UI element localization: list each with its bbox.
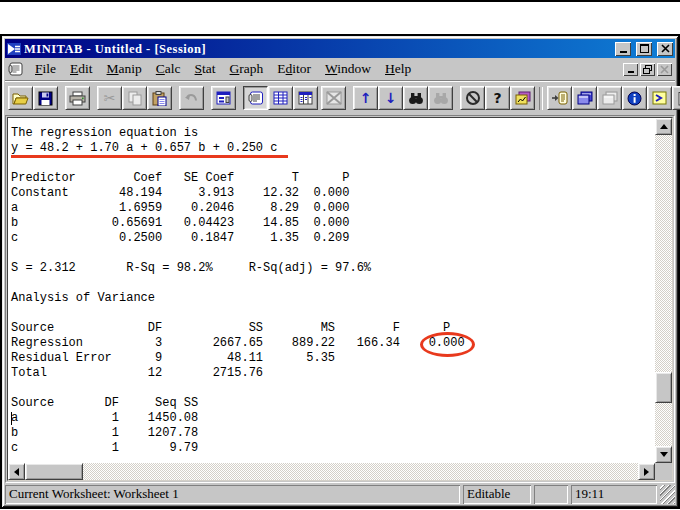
- resize-grip[interactable]: [660, 485, 675, 504]
- scroll-right-icon: [644, 468, 649, 476]
- print-button[interactable]: [65, 86, 90, 110]
- session-output[interactable]: The regression equation is y = 48.2 + 1.…: [8, 118, 465, 456]
- statguide-button[interactable]: [622, 86, 647, 110]
- vertical-scroll-thumb[interactable]: [655, 372, 672, 403]
- minimize-button[interactable]: [615, 42, 631, 56]
- child-restore-icon: [643, 65, 652, 74]
- scroll-left-button[interactable]: [8, 463, 25, 480]
- session-window-button[interactable]: [243, 86, 268, 110]
- prompt-icon: [652, 91, 667, 105]
- command-line-button[interactable]: [647, 86, 672, 110]
- p-value-red-circle-annotation: [420, 332, 475, 357]
- undo-arrow-icon: [184, 92, 199, 105]
- close-button[interactable]: [657, 42, 673, 56]
- minimize-icon: [620, 51, 627, 53]
- question-icon: ?: [493, 91, 501, 105]
- edit-last-dialog-button[interactable]: [211, 86, 236, 110]
- binoculars-icon: [408, 92, 424, 105]
- help-button[interactable]: ?: [485, 86, 510, 110]
- child-minimize-icon: [628, 71, 634, 73]
- crossed-graph-icon: [326, 91, 342, 105]
- save-project-button[interactable]: [33, 86, 58, 110]
- window-title: MINITAB - Untitled - [Session]: [24, 40, 612, 58]
- page-top-rule: [0, 0, 680, 2]
- vertical-scrollbar[interactable]: [655, 118, 672, 463]
- info-window-icon: [298, 91, 313, 105]
- paste-button[interactable]: [147, 86, 172, 110]
- menu-file[interactable]: File: [28, 60, 63, 78]
- scroll-arrow-icon: [551, 91, 568, 105]
- toolbar-separator: [539, 87, 543, 110]
- no-entry-icon: [465, 90, 481, 106]
- copy-icon: [128, 91, 142, 106]
- screenshot-root: MINITAB - Untitled - [Session] File Edit…: [0, 0, 680, 510]
- menu-bar: File Edit Manip Calc Stat Graph Editor W…: [5, 58, 675, 81]
- menu-editor[interactable]: Editor: [270, 60, 318, 78]
- menu-help[interactable]: Help: [378, 60, 418, 78]
- status-blank-panel: [534, 485, 568, 504]
- menu-stat[interactable]: Stat: [188, 60, 223, 78]
- text-caret: [11, 412, 12, 425]
- insert-session-folder-button[interactable]: [547, 86, 572, 110]
- cancel-button[interactable]: [460, 86, 485, 110]
- open-folder-icon: [12, 91, 29, 106]
- scissors-icon: ✂: [104, 91, 116, 105]
- minitab-logo-icon: [7, 43, 21, 55]
- session-child-icon[interactable]: [8, 62, 24, 76]
- equation-red-underline-annotation: [11, 155, 288, 158]
- binoculars-gray-icon: [433, 92, 449, 105]
- toolbar: ✂ ↑ ↓ ?: [5, 81, 675, 115]
- printer-icon: [69, 91, 86, 106]
- status-worksheet: Current Worksheet: Worksheet 1: [5, 485, 460, 504]
- title-bar[interactable]: MINITAB - Untitled - [Session]: [5, 39, 675, 58]
- maximize-button[interactable]: [636, 42, 652, 56]
- worksheet-grid-icon: [273, 91, 288, 105]
- horizontal-scroll-thumb[interactable]: [25, 463, 83, 480]
- session-text-area[interactable]: The regression equation is y = 48.2 + 1.…: [8, 118, 655, 463]
- horizontal-scrollbar[interactable]: [8, 463, 655, 480]
- up-arrow-icon: ↑: [360, 91, 372, 105]
- cascade-windows-gray-icon: [602, 91, 618, 105]
- close-icon: [661, 44, 670, 53]
- child-minimize-button[interactable]: [623, 63, 638, 76]
- find-next-button[interactable]: [428, 86, 453, 110]
- info-window-button[interactable]: [293, 86, 318, 110]
- minitab-app-frame: MINITAB - Untitled - [Session] File Edit…: [0, 34, 680, 509]
- tile-windows-button[interactable]: [572, 86, 597, 110]
- menu-calc[interactable]: Calc: [149, 60, 188, 78]
- menu-edit[interactable]: Edit: [63, 60, 100, 78]
- session-client: The regression equation is y = 48.2 + 1.…: [7, 117, 673, 481]
- maximize-icon: [640, 44, 649, 53]
- scroll-up-button[interactable]: [655, 118, 672, 135]
- cut-button[interactable]: ✂: [97, 86, 122, 110]
- child-restore-button[interactable]: [640, 63, 655, 76]
- minitab-window: MINITAB - Untitled - [Session] File Edit…: [2, 36, 678, 507]
- scroll-down-button[interactable]: [655, 446, 672, 463]
- find-button[interactable]: [403, 86, 428, 110]
- next-command-button[interactable]: ↓: [378, 86, 403, 110]
- menu-window[interactable]: Window: [318, 60, 378, 78]
- tile-windows-icon: [577, 91, 593, 105]
- notepad-button[interactable]: [672, 86, 680, 110]
- data-window-button[interactable]: [268, 86, 293, 110]
- child-close-button[interactable]: [657, 63, 672, 76]
- close-all-graphs-button[interactable]: [321, 86, 346, 110]
- session-window: The regression equation is y = 48.2 + 1.…: [5, 115, 675, 483]
- clipboard-icon: [152, 91, 167, 106]
- scroll-right-button[interactable]: [638, 463, 655, 480]
- floppy-icon: [38, 91, 53, 106]
- previous-command-button[interactable]: ↑: [353, 86, 378, 110]
- menu-graph[interactable]: Graph: [223, 60, 271, 78]
- down-arrow-icon: ↓: [385, 91, 397, 105]
- cascade-windows-button[interactable]: [597, 86, 622, 110]
- show-graph-folder-button[interactable]: [510, 86, 535, 110]
- scroll-down-icon: [660, 452, 668, 457]
- stacked-graphs-icon: [515, 91, 531, 105]
- child-close-icon: [660, 65, 669, 74]
- undo-button[interactable]: [179, 86, 204, 110]
- open-project-button[interactable]: [8, 86, 33, 110]
- scroll-left-icon: [14, 468, 19, 476]
- copy-button[interactable]: [122, 86, 147, 110]
- menu-manip[interactable]: Manip: [100, 60, 149, 78]
- dialog-icon: [216, 91, 231, 105]
